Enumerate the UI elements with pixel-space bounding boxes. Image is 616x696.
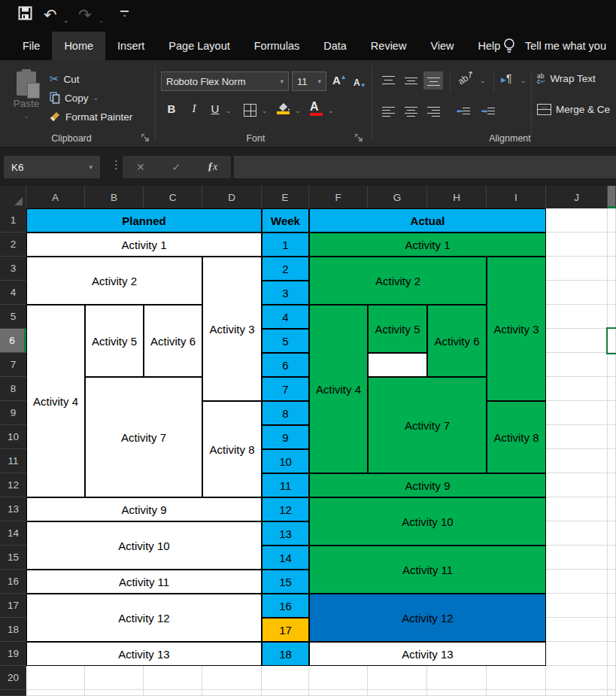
- font-color-dropdown-icon[interactable]: ⌄: [328, 107, 334, 114]
- week-cell[interactable]: 4: [262, 305, 309, 329]
- actual-empty-cell[interactable]: [368, 353, 427, 377]
- actual-block[interactable]: Activity 3: [487, 257, 546, 401]
- undo-dropdown-icon[interactable]: ⌄: [63, 12, 69, 29]
- row-header-14[interactable]: 14: [0, 521, 26, 546]
- week-cell[interactable]: 7: [262, 377, 309, 401]
- actual-block[interactable]: Activity 13: [309, 642, 546, 666]
- week-cell[interactable]: 8: [262, 401, 309, 425]
- name-box-resize-handle[interactable]: ⋮: [111, 158, 122, 172]
- cell[interactable]: [608, 666, 616, 690]
- cell[interactable]: [546, 257, 608, 281]
- row-header-16[interactable]: 16: [0, 570, 26, 594]
- cell[interactable]: [26, 666, 85, 690]
- row-header-1[interactable]: 1: [0, 208, 26, 233]
- cell[interactable]: [608, 570, 616, 594]
- tab-formulas[interactable]: Formulas: [242, 32, 311, 60]
- undo-icon[interactable]: ↶: [44, 7, 57, 23]
- row-header-11[interactable]: 11: [0, 449, 26, 473]
- column-header-g[interactable]: G: [368, 186, 427, 208]
- cell[interactable]: [608, 425, 616, 449]
- cell[interactable]: [546, 449, 608, 473]
- redo-icon[interactable]: ↷: [78, 7, 92, 23]
- tab-view[interactable]: View: [418, 32, 466, 60]
- week-cell[interactable]: 3: [262, 281, 309, 305]
- fill-color-dropdown-icon[interactable]: ⌄: [295, 107, 301, 114]
- column-header-e[interactable]: E: [262, 186, 309, 208]
- decrease-indent-button[interactable]: ⬅: [454, 102, 473, 120]
- cell[interactable]: [546, 353, 608, 377]
- row-header-10[interactable]: 10: [0, 425, 26, 449]
- cell[interactable]: [608, 257, 616, 281]
- cell[interactable]: [608, 521, 616, 546]
- font-size-combobox[interactable]: 11▾: [292, 71, 326, 91]
- cell[interactable]: [309, 666, 368, 690]
- increase-font-size-button[interactable]: A▲: [332, 74, 347, 87]
- cell[interactable]: [85, 690, 144, 696]
- row-header-5[interactable]: 5: [0, 305, 26, 329]
- column-header-b[interactable]: B: [85, 186, 144, 208]
- cell[interactable]: [608, 305, 616, 329]
- actual-block[interactable]: Activity 11: [309, 546, 546, 594]
- cell[interactable]: [487, 666, 546, 690]
- row-header-21[interactable]: [0, 690, 26, 696]
- cell[interactable]: [427, 690, 487, 696]
- font-name-combobox[interactable]: Roboto Flex Norm▾: [161, 71, 289, 91]
- tab-file[interactable]: File: [11, 32, 52, 60]
- cell[interactable]: [546, 233, 608, 257]
- cell[interactable]: [26, 690, 85, 696]
- row-header-12[interactable]: 12: [0, 473, 26, 497]
- planned-block[interactable]: Activity 8: [202, 401, 262, 497]
- name-box[interactable]: K6 ▾: [4, 156, 100, 178]
- cell[interactable]: [608, 353, 616, 377]
- align-top-button[interactable]: [378, 71, 398, 90]
- insert-function-icon[interactable]: ƒx: [208, 161, 217, 173]
- header-cell-week[interactable]: Week: [262, 208, 309, 233]
- text-direction-dropdown-icon[interactable]: ⌄: [520, 77, 526, 84]
- increase-indent-button[interactable]: ➡: [478, 102, 498, 120]
- fill-color-button[interactable]: [277, 101, 290, 111]
- row-header-6[interactable]: 6: [0, 329, 26, 353]
- cell[interactable]: [368, 690, 427, 696]
- enter-icon[interactable]: ✓: [171, 161, 181, 173]
- row-header-7[interactable]: 7: [0, 353, 26, 377]
- planned-block[interactable]: Activity 13: [26, 642, 262, 666]
- cell[interactable]: [546, 425, 608, 449]
- formula-input[interactable]: [234, 156, 616, 178]
- planned-block[interactable]: Activity 3: [202, 257, 262, 401]
- cell[interactable]: [546, 497, 608, 521]
- cell[interactable]: [546, 401, 608, 425]
- week-cell[interactable]: 15: [262, 570, 309, 594]
- column-header-f[interactable]: F: [309, 186, 368, 208]
- planned-block[interactable]: Activity 4: [26, 305, 85, 497]
- cell[interactable]: [546, 642, 608, 666]
- align-right-button[interactable]: [423, 102, 443, 120]
- cell[interactable]: [85, 666, 144, 690]
- week-cell[interactable]: 2: [262, 257, 309, 281]
- cell[interactable]: [262, 690, 309, 696]
- week-cell[interactable]: 13: [262, 521, 309, 546]
- cell[interactable]: [202, 666, 262, 690]
- header-cell-planned[interactable]: Planned: [26, 208, 262, 233]
- planned-block[interactable]: Activity 12: [26, 594, 262, 642]
- font-dialog-launcher-icon[interactable]: [355, 134, 364, 143]
- row-header-9[interactable]: 9: [0, 401, 26, 425]
- actual-block[interactable]: Activity 6: [427, 305, 487, 377]
- row-header-13[interactable]: 13: [0, 497, 26, 521]
- redo-dropdown-icon[interactable]: ⌄: [99, 12, 105, 29]
- week-cell[interactable]: 1: [262, 233, 309, 257]
- tell-me-search[interactable]: Tell me what you: [525, 32, 606, 60]
- planned-block[interactable]: Activity 1: [26, 233, 262, 257]
- cell[interactable]: [262, 666, 309, 690]
- column-header-k[interactable]: [608, 186, 616, 208]
- clipboard-dialog-launcher-icon[interactable]: [141, 134, 150, 143]
- cell[interactable]: [608, 594, 616, 618]
- cell[interactable]: [546, 305, 608, 329]
- copy-button[interactable]: Copy ⌄: [50, 92, 99, 104]
- week-cell[interactable]: 17: [262, 618, 309, 642]
- cancel-icon[interactable]: ✕: [136, 161, 145, 173]
- tab-data[interactable]: Data: [311, 32, 359, 60]
- actual-block[interactable]: Activity 8: [487, 401, 546, 473]
- planned-block[interactable]: Activity 6: [144, 305, 202, 377]
- cell[interactable]: [546, 690, 608, 696]
- paste-button[interactable]: Paste ⌄: [6, 69, 47, 128]
